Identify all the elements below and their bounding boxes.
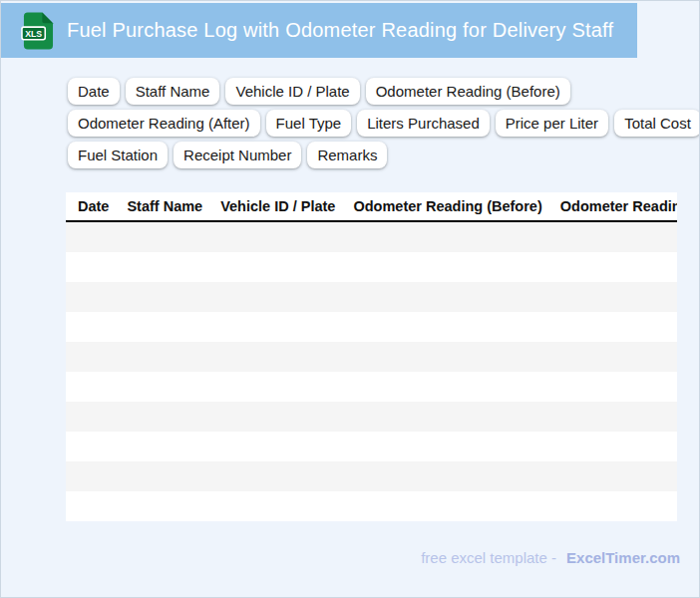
title-bar: XLS Fuel Purchase Log with Odometer Read… [1, 3, 637, 58]
chip-row: Fuel StationReceipt NumberRemarks [68, 142, 691, 168]
table-column-header-vehicle-id-plate: Vehicle ID / Plate [211, 192, 344, 220]
column-chip-fuel-station[interactable]: Fuel Station [68, 142, 168, 168]
table-column-header-odometer-reading-after: Odometer Reading (After) [551, 192, 677, 220]
table-column-header-odometer-reading-before: Odometer Reading (Before) [344, 192, 550, 220]
column-chip-fuel-type[interactable]: Fuel Type [266, 110, 352, 137]
column-chip-receipt-number[interactable]: Receipt Number [174, 142, 301, 168]
column-chip-odometer-reading-before[interactable]: Odometer Reading (Before) [366, 78, 570, 105]
table-empty-row [66, 252, 677, 282]
chip-row: DateStaff NameVehicle ID / PlateOdometer… [68, 78, 691, 105]
column-chip-total-cost[interactable]: Total Cost [614, 110, 700, 137]
footer: free excel template -ExcelTimer.com [1, 547, 699, 568]
table-column-header-staff-name: Staff Name [118, 192, 211, 220]
column-chip-vehicle-id-plate[interactable]: Vehicle ID / Plate [225, 78, 359, 105]
column-chip-liters-purchased[interactable]: Liters Purchased [357, 110, 490, 137]
chip-row: Odometer Reading (After)Fuel TypeLiters … [68, 110, 691, 137]
table-empty-row [66, 372, 677, 402]
table-header-row: DateStaff NameVehicle ID / PlateOdometer… [66, 192, 677, 222]
table-empty-row [66, 491, 677, 521]
table-empty-row [66, 461, 677, 491]
column-chip-price-per-liter[interactable]: Price per Liter [496, 110, 608, 137]
preview-table: DateStaff NameVehicle ID / PlateOdometer… [66, 192, 677, 521]
table-empty-row [66, 432, 677, 461]
table-empty-row [66, 342, 677, 372]
column-chip-odometer-reading-after[interactable]: Odometer Reading (After) [68, 110, 260, 137]
xls-icon-label: XLS [25, 28, 42, 38]
table-empty-row [66, 222, 677, 252]
page: XLS Fuel Purchase Log with Odometer Read… [0, 0, 700, 598]
table-column-header-date: Date [66, 192, 118, 220]
xls-file-icon: XLS [21, 11, 54, 51]
table-body [66, 222, 677, 521]
page-title: Fuel Purchase Log with Odometer Reading … [67, 19, 613, 42]
table-empty-row [66, 312, 677, 342]
column-chip-date[interactable]: Date [68, 78, 120, 105]
table-empty-row [66, 282, 677, 312]
column-chip-list: DateStaff NameVehicle ID / PlateOdometer… [68, 78, 691, 168]
column-chip-staff-name[interactable]: Staff Name [126, 78, 220, 105]
footer-prefix-text: free excel template - [421, 549, 556, 566]
footer-brand-link[interactable]: ExcelTimer.com [566, 549, 680, 566]
column-chip-remarks[interactable]: Remarks [307, 142, 387, 168]
table-empty-row [66, 402, 677, 432]
